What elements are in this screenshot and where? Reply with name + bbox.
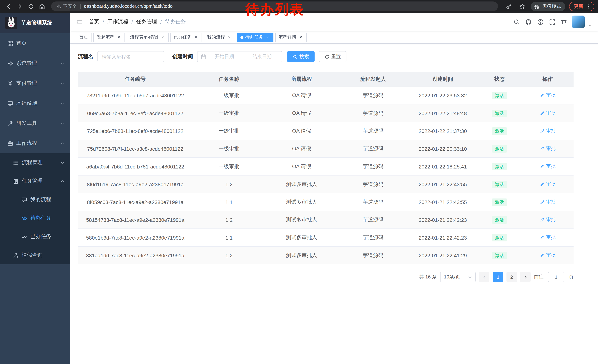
page-button-2[interactable]: 2: [507, 272, 517, 282]
approve-link[interactable]: 审批: [540, 163, 556, 170]
browser-reload-button[interactable]: [26, 1, 36, 11]
sidebar-item-todo-tasks[interactable]: 待办任务: [0, 209, 70, 227]
task-table: 任务编号 任务名称 所属流程 流程发起人 创建时间 状态 操作 73211d9d…: [78, 72, 573, 264]
tab-home[interactable]: 首页: [76, 32, 91, 42]
reset-button[interactable]: 重置: [319, 51, 346, 62]
approve-link[interactable]: 审批: [540, 217, 556, 223]
tab-close-icon[interactable]: ×: [298, 35, 303, 40]
status-badge: 激活: [492, 145, 507, 152]
header-search-button[interactable]: [513, 19, 520, 25]
tab-process-form-edit[interactable]: 流程表单-编辑 ×: [127, 32, 169, 42]
monitor-icon: [8, 101, 13, 106]
table-row: 580e1b3d-7ac8-11ec-a9e2-a2380e71991a 1.1…: [78, 229, 573, 247]
bookmark-button[interactable]: [517, 1, 527, 11]
approve-link[interactable]: 审批: [540, 128, 556, 134]
col-task-name: 任务名称: [193, 76, 265, 83]
active-tab-dot: [241, 36, 243, 39]
help-docs-button[interactable]: [537, 19, 543, 25]
tab-done-tasks[interactable]: 已办任务 ×: [170, 32, 202, 42]
sidebar-item-task-mgmt[interactable]: 任务管理: [0, 172, 70, 190]
tab-close-icon[interactable]: ×: [193, 35, 199, 40]
approve-link[interactable]: 审批: [540, 92, 556, 99]
fullscreen-button[interactable]: [549, 19, 555, 25]
app-logo[interactable]: 芋道管理系统: [0, 13, 70, 33]
tab-close-icon[interactable]: ×: [227, 35, 232, 40]
approve-link[interactable]: 审批: [540, 145, 556, 152]
process-name-input[interactable]: [98, 51, 164, 62]
menu-label: 支付管理: [16, 80, 37, 87]
browser-update-button[interactable]: 更新: [569, 2, 594, 11]
font-size-button[interactable]: TT: [561, 19, 566, 25]
cell-create-time: 2022-01-22 23:53:32: [408, 92, 477, 98]
approve-link[interactable]: 审批: [540, 234, 556, 241]
reset-button-label: 重置: [331, 53, 341, 60]
goto-page-input[interactable]: [548, 272, 564, 282]
sidebar-item-dev-tools[interactable]: 研发工具: [0, 113, 70, 133]
sidebar-item-process-mgmt[interactable]: 流程管理: [0, 153, 70, 172]
search-button[interactable]: 搜索: [287, 51, 315, 62]
briefcase-icon: [8, 140, 13, 146]
cell-task-id: 8f0d1619-7ac8-11ec-a9e2-a2380e71991a: [78, 181, 193, 187]
cell-create-time: 2022-01-22 20:33:10: [408, 146, 477, 152]
status-badge: 激活: [492, 180, 507, 188]
breadcrumb-workflow[interactable]: 工作流程: [108, 18, 128, 25]
approve-link[interactable]: 审批: [540, 252, 556, 259]
approve-label: 审批: [546, 92, 556, 99]
sidebar-item-system-mgmt[interactable]: 系统管理: [0, 53, 70, 73]
browser-back-button[interactable]: [4, 1, 13, 11]
tab-close-icon[interactable]: ×: [265, 35, 270, 40]
sidebar-item-workflow[interactable]: 工作流程: [0, 133, 70, 153]
breadcrumb-task-mgmt[interactable]: 任务管理: [136, 18, 157, 25]
next-page-button[interactable]: [520, 272, 531, 282]
approve-link[interactable]: 审批: [540, 110, 556, 116]
status-badge: 激活: [492, 234, 507, 241]
cell-process-name: OA 请假: [265, 145, 338, 152]
date-range-picker[interactable]: 开始日期 - 结束日期: [197, 51, 282, 62]
cell-action: 审批: [522, 234, 573, 241]
key-icon: [506, 3, 512, 9]
approve-link[interactable]: 审批: [540, 199, 556, 205]
tab-process-detail[interactable]: 流程详情 ×: [275, 32, 307, 42]
approve-label: 审批: [546, 163, 556, 170]
tab-label: 流程详情: [279, 34, 296, 40]
cell-task-id: 580e1b3d-7ac8-11ec-a9e2-a2380e71991a: [78, 235, 193, 241]
sidebar-item-done-tasks[interactable]: 已办任务: [0, 227, 70, 246]
start-date-placeholder[interactable]: 开始日期: [208, 53, 241, 60]
menu-label: 请假查询: [22, 252, 43, 259]
page-size-select[interactable]: 10条/页: [440, 272, 476, 282]
sidebar-item-leave-query[interactable]: 请假查询: [0, 246, 70, 264]
tab-my-process[interactable]: 我的流程 ×: [204, 32, 235, 42]
tab-close-icon[interactable]: ×: [160, 35, 165, 40]
user-avatar[interactable]: [572, 16, 585, 28]
browser-forward-button[interactable]: [15, 1, 25, 11]
edit-pencil-icon: [540, 111, 544, 115]
approve-link[interactable]: 审批: [540, 181, 556, 187]
password-key-button[interactable]: [504, 1, 514, 11]
approve-label: 审批: [546, 234, 556, 241]
page-button-1[interactable]: 1: [493, 272, 503, 282]
tab-todo-tasks[interactable]: 待办任务 ×: [237, 32, 274, 42]
chevron-down-icon: [60, 121, 65, 125]
tab-start-process[interactable]: 发起流程 ×: [93, 32, 125, 42]
sidebar: 芋道管理系统 首页 系统管理 支付管理: [0, 13, 70, 364]
sidebar-item-home[interactable]: 首页: [0, 33, 70, 53]
cell-process-name: OA 请假: [265, 128, 338, 134]
chevron-left-icon: [482, 275, 486, 279]
sidebar-item-infrastructure[interactable]: 基础设施: [0, 93, 70, 113]
cell-action: 审批: [522, 110, 573, 117]
star-icon: [519, 3, 525, 9]
sidebar-toggle-button[interactable]: [76, 19, 83, 25]
caret-down-icon[interactable]: [588, 24, 592, 28]
browser-home-button[interactable]: [37, 1, 47, 11]
sidebar-item-payment-mgmt[interactable]: 支付管理: [0, 73, 70, 93]
edit-pencil-icon: [540, 93, 544, 98]
end-date-placeholder[interactable]: 结束日期: [245, 53, 279, 60]
arrow-left-icon: [5, 3, 12, 9]
tab-close-icon[interactable]: ×: [116, 35, 122, 40]
refresh-icon: [324, 54, 329, 59]
prev-page-button[interactable]: [479, 272, 490, 282]
breadcrumb-home[interactable]: 首页: [89, 18, 99, 25]
github-link-button[interactable]: [525, 19, 532, 25]
sidebar-item-my-process[interactable]: 我的流程: [0, 190, 70, 209]
cell-task-id: 381aa1dd-7ac8-11ec-a9e2-a2380e71991a: [78, 252, 193, 258]
